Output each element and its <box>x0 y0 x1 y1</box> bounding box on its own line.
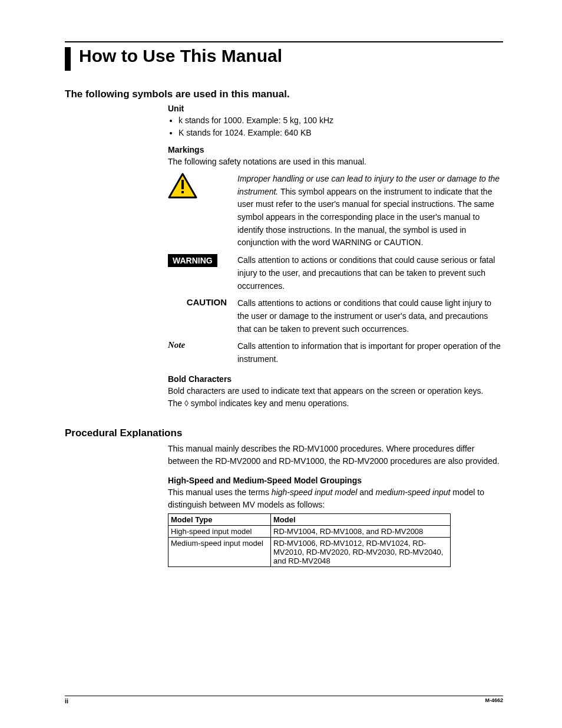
table-cell: RD-MV1004, RD-MV1008, and RD-MV2008 <box>271 525 451 537</box>
marking-row-symbol: Improper handling or use can lead to inj… <box>168 173 503 249</box>
caution-label-wrap: CAUTION <box>168 297 227 307</box>
warning-triangle-icon <box>168 173 227 199</box>
marking-row-caution: CAUTION Calls attentions to actions or c… <box>168 297 503 335</box>
top-rule <box>65 41 503 42</box>
note-body: Calls attention to information that is i… <box>237 340 503 365</box>
table-cell: High-speed input model <box>168 525 271 537</box>
groupings-intro-mid: and <box>357 487 375 497</box>
markings-heading: Markings <box>168 145 503 154</box>
footer: ii M-4662 <box>65 696 503 704</box>
section-procedural-heading: Procedural Explanations <box>65 427 503 439</box>
table-header: Model Type <box>168 513 271 525</box>
marking-row-warning: WARNING Calls attention to actions or co… <box>168 254 503 292</box>
bold-line2-post: symbol indicates key and menu operations… <box>189 398 349 408</box>
footer-page-number: ii <box>65 697 68 704</box>
bold-line2: The ◊ symbol indicates key and menu oper… <box>168 397 503 410</box>
bold-line2-pre: The <box>168 398 184 408</box>
marking-row-note: Note Calls attention to information that… <box>168 340 503 365</box>
note-label: Note <box>168 340 185 350</box>
bold-heading: Bold Characters <box>168 374 503 384</box>
title-mark-icon <box>65 47 71 71</box>
model-table: Model Type Model High-speed input model … <box>168 513 451 567</box>
table-row: Medium-speed input model RD-MV1006, RD-M… <box>168 537 451 566</box>
table-cell: RD-MV1006, RD-MV1012, RD-MV1024, RD-MV20… <box>271 537 451 566</box>
caution-body: Calls attentions to actions or condition… <box>237 297 503 335</box>
unit-item: k stands for 1000. Example: 5 kg, 100 kH… <box>178 114 503 127</box>
procedural-block: This manual mainly describes the RD-MV10… <box>168 443 503 567</box>
table-cell: Medium-speed input model <box>168 537 271 566</box>
note-label-wrap: Note <box>168 340 227 350</box>
unit-heading: Unit <box>168 104 503 113</box>
footer-doc-id: M-4662 <box>485 697 503 704</box>
table-header: Model <box>271 513 451 525</box>
groupings-intro-em2: medium-speed input <box>376 487 451 497</box>
groupings-heading: High-Speed and Medium-Speed Model Groupi… <box>168 476 503 485</box>
page: How to Use This Manual The following sym… <box>0 0 562 728</box>
page-title: How to Use This Manual <box>79 46 282 65</box>
diamond-icon: ◊ <box>184 398 189 408</box>
groupings-intro-pre: This manual uses the terms <box>168 487 272 497</box>
unit-item: K stands for 1024. Example: 640 KB <box>178 127 503 139</box>
marking-symbol-body: Improper handling or use can lead to inj… <box>237 173 503 249</box>
table-header-row: Model Type Model <box>168 513 451 525</box>
section-symbols-heading: The following symbols are used in this m… <box>65 88 503 100</box>
warning-label-wrap: WARNING <box>168 254 227 267</box>
title-row: How to Use This Manual <box>65 46 503 71</box>
warning-body: Calls attention to actions or conditions… <box>237 254 503 292</box>
bold-line1: Bold characters are used to indicate tex… <box>168 385 503 397</box>
markings-intro: The following safety notations are used … <box>168 156 503 168</box>
svg-rect-2 <box>181 191 184 193</box>
caution-label: CAUTION <box>187 297 227 307</box>
unit-list: k stands for 1000. Example: 5 kg, 100 kH… <box>168 114 503 139</box>
groupings-intro-em1: high-speed input model <box>272 487 358 497</box>
procedural-intro: This manual mainly describes the RD-MV10… <box>168 443 503 467</box>
unit-block: Unit k stands for 1000. Example: 5 kg, 1… <box>168 104 503 410</box>
svg-rect-1 <box>181 180 184 189</box>
groupings-intro: This manual uses the terms high-speed in… <box>168 486 503 511</box>
warning-badge: WARNING <box>168 254 217 267</box>
table-row: High-speed input model RD-MV1004, RD-MV1… <box>168 525 451 537</box>
